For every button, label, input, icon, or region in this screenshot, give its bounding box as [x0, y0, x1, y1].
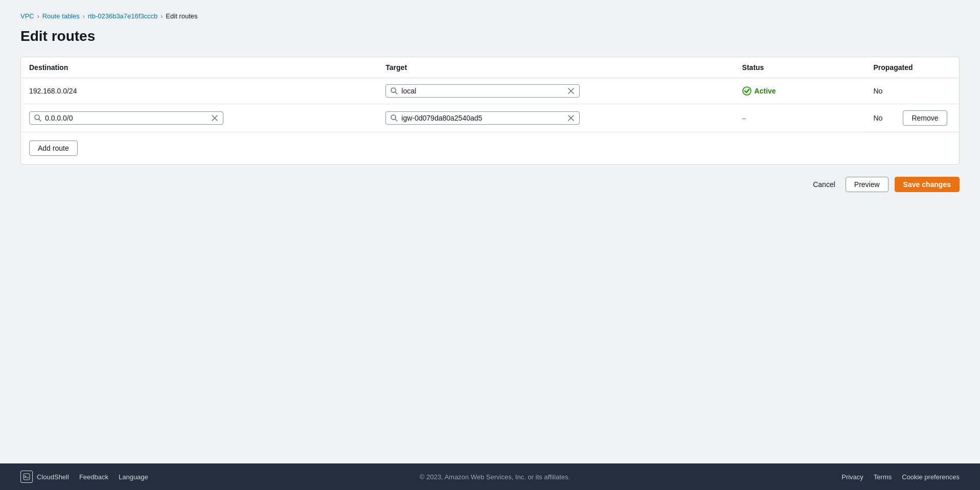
terms-link[interactable]: Terms: [874, 473, 892, 481]
terminal-icon: [23, 473, 30, 480]
search-icon: [390, 87, 398, 95]
svg-line-11: [395, 119, 397, 121]
table-row: – No Remove: [21, 104, 959, 132]
clear-target-2[interactable]: [567, 114, 575, 122]
col-header-status: Status: [734, 57, 865, 78]
active-check-icon: [742, 86, 751, 96]
language-link[interactable]: Language: [119, 473, 148, 481]
destination-input-2[interactable]: [42, 114, 211, 122]
close-icon: [212, 115, 218, 121]
target-input-1[interactable]: [398, 87, 567, 95]
status-text-1: Active: [755, 87, 776, 95]
routes-table: Destination Target Status Propagated 192…: [21, 57, 959, 164]
cancel-button[interactable]: Cancel: [809, 177, 839, 192]
add-route-row: Add route: [21, 132, 959, 165]
destination-static-1: 192.168.0.0/24: [29, 87, 77, 95]
routes-table-container: Destination Target Status Propagated 192…: [20, 57, 960, 165]
actions-row: Cancel Preview Save changes: [20, 177, 960, 204]
breadcrumb-sep-1: ›: [37, 13, 39, 20]
footer-left: CloudShell Feedback Language: [20, 471, 148, 483]
clear-destination-2[interactable]: [211, 114, 219, 122]
col-header-target: Target: [377, 57, 734, 78]
svg-line-7: [39, 119, 41, 121]
breadcrumb-sep-3: ›: [161, 13, 163, 20]
search-icon: [34, 114, 42, 122]
svg-line-1: [395, 92, 397, 94]
preview-button[interactable]: Preview: [846, 177, 888, 192]
breadcrumb-sep-2: ›: [83, 13, 85, 20]
status-text-2: –: [742, 114, 746, 122]
add-route-button[interactable]: Add route: [29, 141, 78, 156]
close-icon: [568, 88, 574, 94]
breadcrumb: VPC › Route tables › rtb-0236b3a7e16f3cc…: [20, 12, 960, 20]
privacy-link[interactable]: Privacy: [841, 473, 863, 481]
cookie-link[interactable]: Cookie preferences: [902, 473, 960, 481]
save-changes-button[interactable]: Save changes: [895, 177, 960, 192]
feedback-link[interactable]: Feedback: [79, 473, 108, 481]
svg-rect-14: [24, 474, 30, 480]
col-header-destination: Destination: [21, 57, 377, 78]
svg-point-5: [743, 87, 751, 95]
page-title: Edit routes: [20, 28, 960, 44]
target-input-2[interactable]: [398, 114, 567, 122]
target-input-wrapper-2: [385, 111, 580, 125]
breadcrumb-rtb[interactable]: rtb-0236b3a7e16f3cccb: [88, 12, 158, 20]
remove-button[interactable]: Remove: [903, 110, 947, 126]
search-icon: [390, 114, 398, 122]
breadcrumb-current: Edit routes: [166, 12, 197, 20]
cloudshell-section: CloudShell: [20, 471, 69, 483]
propagated-1: No: [873, 87, 882, 95]
breadcrumb-route-tables[interactable]: Route tables: [42, 12, 80, 20]
table-row: 192.168.0.0/24: [21, 78, 959, 104]
footer: CloudShell Feedback Language © 2023, Ama…: [0, 463, 980, 490]
target-input-wrapper-1: [385, 84, 580, 98]
copyright-text: © 2023, Amazon Web Services, Inc. or its…: [420, 473, 571, 481]
close-icon: [568, 115, 574, 121]
cloudshell-icon: [20, 471, 33, 483]
propagated-2: No: [873, 114, 882, 122]
footer-right: Privacy Terms Cookie preferences: [841, 473, 960, 481]
col-header-propagated: Propagated: [865, 57, 959, 78]
clear-target-1[interactable]: [567, 87, 575, 95]
status-badge-active: Active: [742, 86, 857, 96]
destination-input-wrapper-2: [29, 111, 223, 125]
cloudshell-link[interactable]: CloudShell: [37, 473, 69, 481]
breadcrumb-vpc[interactable]: VPC: [20, 12, 34, 20]
